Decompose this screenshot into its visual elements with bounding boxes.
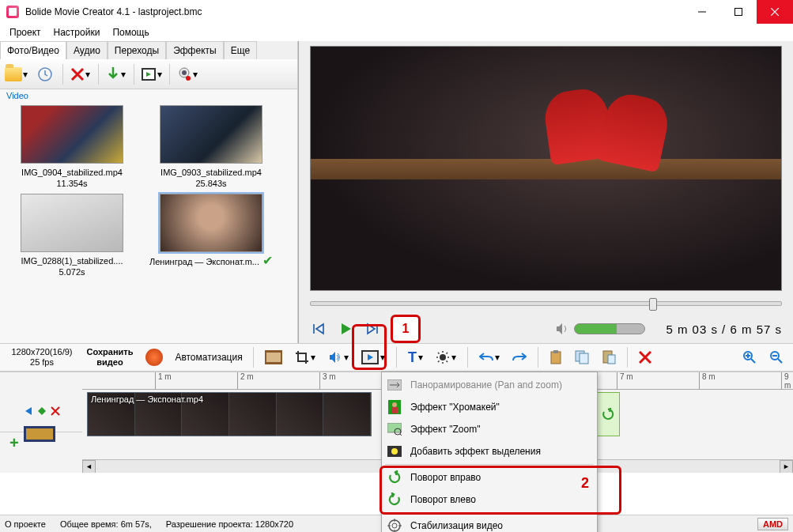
delete-x-icon — [639, 351, 651, 364]
library-item-selected[interactable]: Ленинград — Экспонат.m...✔ — [144, 194, 278, 277]
thumb-duration: 25.843s — [144, 178, 278, 189]
tab-transitions[interactable]: Переходы — [108, 41, 166, 59]
effects-dropdown-button[interactable]: ▾ — [357, 346, 390, 368]
annotation-callout-1: 1 — [391, 315, 421, 343]
redo-icon — [512, 351, 527, 364]
menu-zoom-effect[interactable]: Эффект "Zoom" — [382, 418, 597, 440]
menu-highlight[interactable]: Добавить эффект выделения — [382, 440, 597, 462]
menu-stabilize[interactable]: Стабилизация видео — [382, 515, 597, 532]
close-button[interactable] — [757, 0, 793, 24]
preview-video[interactable] — [310, 46, 782, 291]
menu-chromakey[interactable]: Эффект "Хромакей" — [382, 396, 597, 418]
save-video-button[interactable]: Сохранить видео — [82, 347, 138, 368]
text-button[interactable]: T▾ — [403, 346, 428, 368]
thumb-image — [21, 105, 123, 164]
speaker-icon[interactable] — [555, 322, 569, 336]
thumb-name: Ленинград — Экспонат.m... — [149, 257, 259, 266]
seek-handle[interactable] — [649, 298, 657, 311]
thumb-image — [160, 105, 262, 164]
copy-button[interactable] — [570, 346, 594, 368]
library-item[interactable]: IMG_0288(1)_stabilized.... 5.072s — [5, 194, 139, 277]
undo-icon — [479, 351, 493, 364]
svg-rect-15 — [580, 353, 588, 364]
annotation-callout-2: 2 — [581, 475, 589, 492]
crop-button[interactable]: ▾ — [290, 346, 320, 368]
delete-button[interactable]: ▾ — [67, 62, 94, 86]
zoom-out-button[interactable] — [765, 346, 788, 368]
brightness-button[interactable]: ▾ — [431, 346, 461, 368]
pan-icon — [387, 377, 402, 393]
library-item[interactable]: IMG_0903_stabilized.mp4 25.843s — [144, 105, 278, 189]
menu-rotate-left[interactable]: Поворот влево — [382, 489, 597, 511]
minimize-button[interactable] — [684, 0, 720, 24]
timeline-toolbar: 1280x720(16/9)25 fps Сохранить видео Авт… — [0, 343, 793, 372]
thumb-duration: 11.354s — [5, 178, 139, 189]
menu-settings[interactable]: Настройки — [47, 25, 107, 40]
scroll-right-icon[interactable]: ► — [780, 460, 793, 474]
zoom-effect-icon — [387, 421, 402, 437]
menu-bar: Проект Настройки Помощь — [0, 24, 793, 41]
redo-button[interactable] — [508, 346, 531, 368]
webcam-button[interactable]: ▾ — [174, 62, 201, 86]
thumb-duration: 5.072s — [5, 266, 139, 277]
tab-effects[interactable]: Эффекты — [166, 41, 224, 59]
menu-help[interactable]: Помощь — [106, 25, 155, 40]
undo-button[interactable]: ▾ — [474, 346, 504, 368]
highlight-icon — [387, 443, 402, 459]
paste-button[interactable] — [597, 346, 621, 368]
copy-icon — [575, 350, 589, 364]
title-bar: Bolide Movie Creator 4.1 - lastproject.b… — [0, 0, 793, 24]
maximize-button[interactable] — [720, 0, 757, 24]
delete-clip-button[interactable] — [634, 346, 656, 368]
timeline-effect-clip[interactable] — [596, 392, 620, 436]
brightness-icon — [436, 350, 450, 364]
annotation-frame-1 — [352, 324, 387, 370]
svg-rect-13 — [553, 350, 558, 353]
zoom-in-icon — [742, 350, 757, 364]
automation-button[interactable]: Автоматизация — [171, 346, 247, 368]
menu-pan-zoom[interactable]: Панорамирование (Pan and zoom) — [382, 374, 597, 396]
crop-icon — [295, 350, 309, 364]
thumb-image — [21, 194, 123, 252]
menu-rotate-right[interactable]: Поворот вправо — [382, 466, 597, 489]
ruler-tick: 9 m — [781, 372, 793, 390]
sound-icon — [328, 350, 342, 364]
rotate-right-icon — [602, 408, 614, 421]
tab-photo-video[interactable]: Фото/Видео — [0, 41, 66, 59]
add-track-button[interactable]: + — [9, 434, 19, 452]
svg-point-31 — [392, 523, 397, 528]
status-about[interactable]: О проекте — [5, 519, 46, 529]
sound-button[interactable]: ▾ — [323, 346, 353, 368]
preview-pane: 1 5 m 03 s / 6 m 57 s — [298, 41, 793, 343]
zoom-in-button[interactable] — [738, 346, 761, 368]
library-pane: Фото/Видео Аудио Переходы Эффекты Еще ▾ … — [0, 41, 298, 343]
track-menu-icon[interactable] — [36, 406, 47, 417]
volume-slider[interactable] — [574, 323, 645, 334]
library-item[interactable]: IMG_0904_stabilized.mp4 11.354s — [5, 105, 139, 189]
tab-more[interactable]: Еще — [224, 41, 257, 59]
project-resolution: 1280x720(16/9)25 fps — [5, 347, 79, 368]
clipboard-button[interactable] — [545, 346, 567, 368]
library-toolbar: ▾ ▾ ▾ ▾ ▾ — [0, 59, 297, 89]
delete-x-icon — [70, 67, 85, 81]
thumb-name: IMG_0288(1)_stabilized.... — [5, 255, 139, 266]
seek-slider[interactable] — [310, 301, 782, 306]
recent-button[interactable] — [32, 62, 59, 86]
scroll-left-icon[interactable]: ◄ — [82, 460, 96, 474]
filmstrip-button[interactable] — [260, 346, 287, 368]
app-logo-icon — [6, 6, 19, 18]
svg-point-24 — [392, 402, 397, 407]
prev-track-icon[interactable] — [22, 406, 33, 417]
film-button[interactable]: ▾ — [138, 62, 165, 86]
menu-project[interactable]: Проект — [3, 25, 47, 40]
clipboard-icon — [549, 350, 562, 364]
step-back-button[interactable] — [310, 320, 327, 338]
download-button[interactable]: ▾ — [103, 62, 130, 86]
timeline-clip[interactable]: Ленинград — Экспонат.mp4 — [87, 392, 372, 436]
track-delete-icon[interactable] — [51, 406, 60, 416]
open-folder-button[interactable]: ▾ — [3, 62, 30, 86]
tab-audio[interactable]: Аудио — [66, 41, 108, 59]
library-group-label: Video — [0, 89, 297, 102]
record-button[interactable] — [141, 346, 168, 368]
paste-icon — [602, 350, 616, 364]
